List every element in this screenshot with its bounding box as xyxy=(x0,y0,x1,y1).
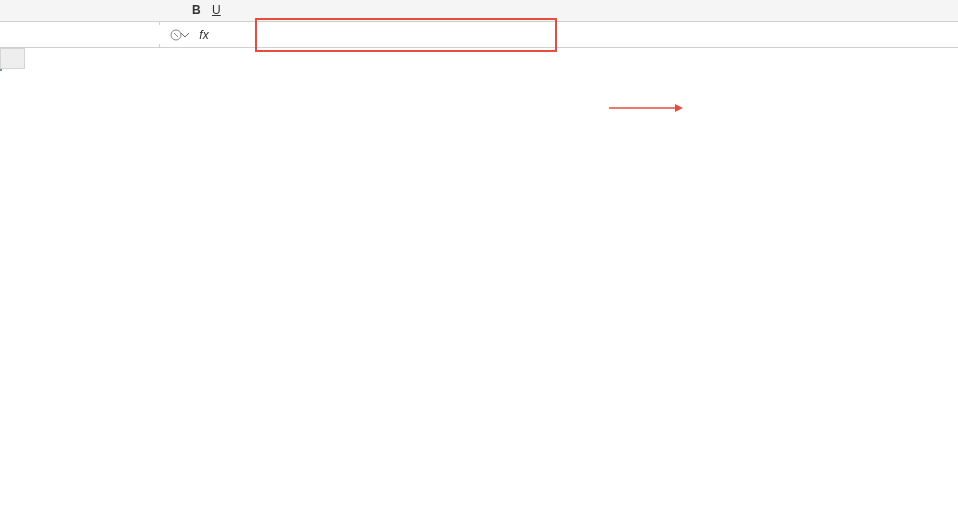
cancel-formula-icon[interactable] xyxy=(168,27,184,43)
format-painter-button[interactable] xyxy=(8,9,24,13)
select-all-corner[interactable] xyxy=(1,49,25,69)
fx-icon[interactable]: fx xyxy=(196,27,212,43)
bold-icon[interactable]: B xyxy=(192,3,208,19)
svg-line-1 xyxy=(174,33,178,37)
worksheet-button[interactable] xyxy=(934,9,950,13)
underline-icon[interactable]: U xyxy=(212,3,228,19)
name-box-input[interactable] xyxy=(4,25,176,44)
formula-bar: fx xyxy=(0,22,958,48)
svg-marker-3 xyxy=(675,104,683,112)
spreadsheet-grid[interactable] xyxy=(0,48,958,505)
rows-cols-button[interactable] xyxy=(914,9,930,13)
annotation-arrow-icon xyxy=(605,98,685,118)
ribbon-bar: B U xyxy=(0,0,958,22)
paste-button[interactable] xyxy=(28,9,44,13)
merge-button[interactable] xyxy=(316,9,332,13)
spill-range-outline xyxy=(0,69,2,71)
formula-input[interactable] xyxy=(224,25,958,44)
